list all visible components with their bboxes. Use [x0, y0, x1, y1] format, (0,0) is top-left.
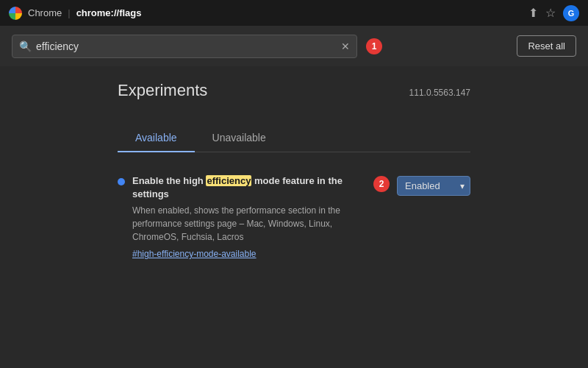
search-icon: 🔍 — [19, 40, 32, 52]
share-icon[interactable]: ⬆ — [528, 6, 538, 20]
url-separator: | — [68, 7, 70, 18]
title-bar-actions: ⬆ ☆ G — [528, 5, 579, 21]
title-bar: Chrome | chrome://flags ⬆ ☆ G — [0, 0, 588, 26]
flag-title-highlight: efficiency — [206, 175, 251, 186]
flag-link[interactable]: #high-efficiency-mode-available — [132, 249, 257, 259]
url-display: chrome://flags — [76, 7, 142, 18]
url-prefix: chrome:// — [76, 7, 120, 18]
flag-item: Enable the high efficiency mode feature … — [118, 167, 470, 267]
bookmark-icon[interactable]: ☆ — [545, 6, 556, 20]
version-label: 111.0.5563.147 — [409, 88, 470, 98]
chrome-logo-icon — [9, 7, 22, 20]
flag-title: Enable the high efficiency mode feature … — [132, 174, 366, 201]
main-content: Experiments 111.0.5563.147 Available Una… — [0, 66, 588, 368]
flag-control-area: 2 Default Enabled Disabled — [373, 176, 470, 196]
tab-unavailable[interactable]: Unavailable — [195, 124, 284, 152]
browser-name-label: Chrome — [28, 7, 62, 18]
flag-dropdown[interactable]: Default Enabled Disabled — [397, 176, 470, 196]
search-container: 🔍 ✕ — [12, 35, 357, 58]
flag-title-before: Enable the high — [132, 175, 206, 186]
search-input[interactable] — [12, 35, 357, 58]
clear-icon[interactable]: ✕ — [341, 40, 350, 52]
tab-available[interactable]: Available — [118, 124, 195, 152]
flag-dropdown-wrapper: Default Enabled Disabled — [397, 176, 470, 196]
avatar[interactable]: G — [563, 5, 579, 21]
flag-description: When enabled, shows the performance sect… — [132, 204, 366, 244]
annotation-badge-2: 2 — [373, 176, 390, 192]
tabs-bar: Available Unavailable — [118, 124, 470, 152]
flag-active-indicator — [118, 178, 125, 185]
page-title: Experiments — [118, 81, 207, 100]
reset-all-button[interactable]: Reset all — [517, 35, 576, 57]
toolbar: 🔍 ✕ 1 Reset all — [0, 26, 588, 66]
flag-content: Enable the high efficiency mode feature … — [132, 174, 366, 260]
annotation-badge-1: 1 — [366, 38, 382, 54]
url-flags: flags — [119, 7, 141, 18]
